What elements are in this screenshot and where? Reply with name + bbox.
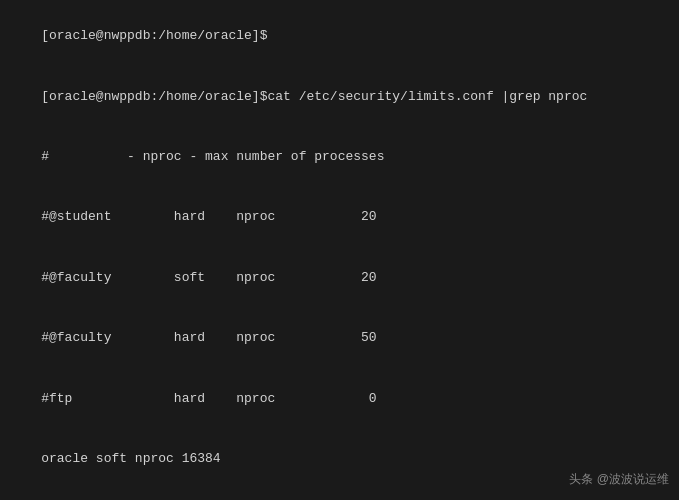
prompt-text: [oracle@nwppdb:/home/oracle]$ [41, 28, 267, 43]
line-student: #@student hard nproc 20 [10, 187, 669, 247]
line-faculty-hard: #@faculty hard nproc 50 [10, 308, 669, 368]
oracle-soft-text: oracle soft nproc 16384 [41, 451, 220, 466]
cat-command-text: [oracle@nwppdb:/home/oracle]$cat /etc/se… [41, 89, 587, 104]
ftp-text: #ftp hard nproc 0 [41, 391, 376, 406]
line-faculty-soft: #@faculty soft nproc 20 [10, 248, 669, 308]
comment-text: # - nproc - max number of processes [41, 149, 384, 164]
line-ftp: #ftp hard nproc 0 [10, 369, 669, 429]
student-text: #@student hard nproc 20 [41, 209, 376, 224]
line-comment: # - nproc - max number of processes [10, 127, 669, 187]
line-oracle-hard: oracle hard nproc 16384 [10, 489, 669, 500]
line-cat-command: [oracle@nwppdb:/home/oracle]$cat /etc/se… [10, 66, 669, 126]
watermark-text: 头条 @波波说运维 [569, 472, 669, 486]
watermark: 头条 @波波说运维 [569, 471, 669, 488]
line-prompt-initial: [oracle@nwppdb:/home/oracle]$ [10, 6, 669, 66]
faculty-soft-text: #@faculty soft nproc 20 [41, 270, 376, 285]
terminal-window: [oracle@nwppdb:/home/oracle]$ [oracle@nw… [0, 0, 679, 500]
faculty-hard-text: #@faculty hard nproc 50 [41, 330, 376, 345]
